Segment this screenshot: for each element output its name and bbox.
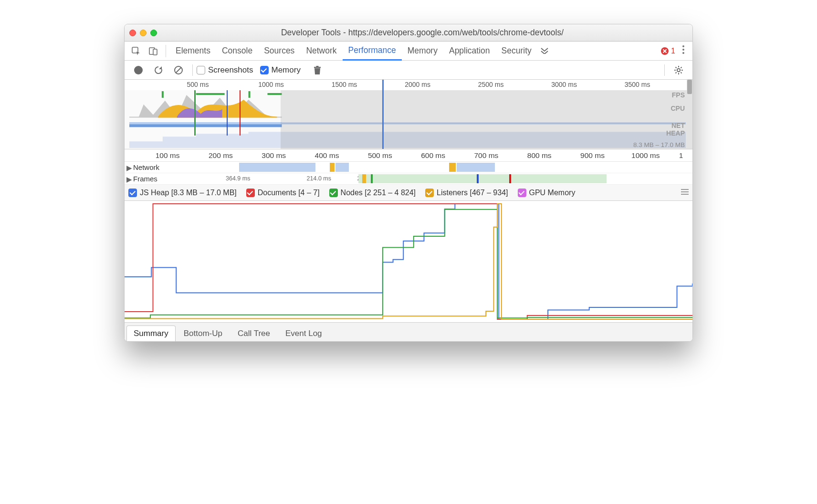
legend-checkbox-jsheap[interactable]	[128, 189, 137, 197]
overview-marker-green	[194, 90, 196, 136]
overview-heap-range: 8.3 MB – 17.0 MB	[633, 141, 685, 148]
details-tab-bottom-up[interactable]: Bottom-Up	[177, 326, 230, 341]
details-tabstrip: SummaryBottom-UpCall TreeEvent Log	[125, 322, 692, 341]
chevron-right-icon[interactable]: ▶	[126, 175, 132, 184]
clear-button[interactable]	[171, 63, 186, 77]
svg-rect-2	[153, 49, 157, 55]
tab-elements[interactable]: Elements	[170, 42, 216, 61]
separator	[664, 64, 665, 76]
detail-tick: 200 ms	[209, 151, 233, 160]
svg-point-11	[677, 68, 680, 71]
tab-console[interactable]: Console	[216, 42, 258, 61]
tab-memory[interactable]: Memory	[402, 42, 443, 61]
detail-tick: 600 ms	[421, 151, 445, 160]
svg-line-16	[676, 67, 677, 68]
overview-dimmed-range	[281, 90, 687, 149]
device-toolbar-icon[interactable]	[147, 44, 160, 58]
legend-checkbox-listeners[interactable]	[425, 189, 434, 197]
window-controls	[129, 30, 157, 36]
devtools-menu-button[interactable]	[680, 45, 687, 57]
overview-tick: 2500 ms	[478, 81, 504, 88]
overview-tick: 500 ms	[187, 81, 209, 88]
legend-menu-icon[interactable]	[681, 189, 689, 197]
details-tab-summary[interactable]: Summary	[126, 326, 176, 341]
overview-tick: 3000 ms	[551, 81, 577, 88]
legend-label-gpu: GPU Memory	[529, 189, 576, 197]
performance-toolbar: Screenshots Memory	[125, 61, 692, 80]
legend-checkbox-gpu[interactable]	[518, 189, 526, 197]
track-network-label: Network	[133, 163, 159, 171]
detail-tick: 500 ms	[368, 151, 392, 160]
overview-playhead[interactable]	[382, 80, 384, 149]
legend-jsheap[interactable]: JS Heap [8.3 MB – 17.0 MB]	[128, 189, 237, 197]
overview-lane-heap: HEAP	[666, 129, 685, 137]
chevron-right-icon[interactable]: ▶	[126, 164, 132, 172]
frame-time-1: 214.0 ms	[307, 175, 331, 182]
svg-rect-24	[196, 93, 225, 95]
details-tab-call-tree[interactable]: Call Tree	[230, 326, 277, 341]
overview-tick: 2000 ms	[405, 81, 430, 88]
frame-time-0: 364.9 ms	[226, 175, 250, 182]
chart-series-js-heap-mb-	[125, 204, 692, 319]
overview-scrollbar-handle[interactable]	[687, 80, 692, 94]
svg-line-8	[176, 67, 181, 73]
overview-lane-cpu: CPU	[670, 105, 685, 112]
details-tab-event-log[interactable]: Event Log	[278, 326, 329, 341]
overview-scrollbar[interactable]	[687, 80, 692, 149]
tab-sources[interactable]: Sources	[258, 42, 300, 61]
devtools-tabstrip: ElementsConsoleSourcesNetworkPerformance…	[125, 42, 692, 61]
memory-chart[interactable]	[125, 201, 692, 322]
zoom-window-button[interactable]	[150, 30, 157, 36]
tab-network[interactable]: Network	[300, 42, 342, 61]
detail-tick: 100 ms	[156, 151, 180, 160]
separator	[166, 45, 166, 57]
tab-performance[interactable]: Performance	[343, 42, 402, 61]
legend-gpu[interactable]: GPU Memory	[518, 189, 576, 197]
inspect-element-icon[interactable]	[129, 44, 143, 58]
memory-checkbox[interactable]	[260, 66, 269, 74]
overview-body[interactable]: FPS CPU NET HEAP 8.3 MB – 17.0 MB	[125, 90, 687, 149]
reload-record-button[interactable]	[151, 63, 166, 77]
detail-tick: 1	[679, 151, 683, 160]
minimize-window-button[interactable]	[140, 30, 147, 36]
capture-settings-button[interactable]	[671, 63, 686, 77]
tab-application[interactable]: Application	[443, 42, 496, 61]
legend-docs[interactable]: Documents [4 – 7]	[246, 189, 320, 197]
track-network[interactable]: ▶ Network	[125, 162, 692, 173]
svg-rect-26	[267, 93, 282, 95]
svg-rect-25	[249, 91, 251, 98]
chart-series-listeners	[125, 204, 692, 319]
tab-security[interactable]: Security	[496, 42, 537, 61]
svg-point-6	[682, 52, 684, 54]
legend-checkbox-nodes[interactable]	[329, 189, 338, 197]
legend-listeners[interactable]: Listeners [467 – 934]	[425, 189, 508, 197]
detail-ruler[interactable]: 100 ms200 ms300 ms400 ms500 ms600 ms700 …	[125, 149, 692, 162]
more-tabs-button[interactable]	[540, 45, 549, 56]
error-count-badge[interactable]: 1	[660, 47, 675, 55]
legend-label-nodes: Nodes [2 251 – 4 824]	[341, 189, 416, 197]
window-title: Developer Tools - https://developers.goo…	[157, 28, 688, 38]
flame-tracks[interactable]: ▶ Network ▶ Frames 364.9 ms 214.0 ms 222…	[125, 162, 692, 185]
overview-tick: 1500 ms	[332, 81, 357, 88]
separator	[192, 64, 193, 76]
memory-legend: JS Heap [8.3 MB – 17.0 MB]Documents [4 –…	[125, 185, 692, 201]
screenshots-checkbox[interactable]	[197, 66, 205, 74]
detail-tick: 1000 ms	[631, 151, 660, 160]
legend-label-jsheap: JS Heap [8.3 MB – 17.0 MB]	[140, 189, 237, 197]
legend-nodes[interactable]: Nodes [2 251 – 4 824]	[329, 189, 416, 197]
record-button[interactable]	[131, 63, 146, 77]
overview-ruler: 500 ms1000 ms1500 ms2000 ms2500 ms3000 m…	[125, 80, 692, 90]
overview-lane-fps: FPS	[672, 91, 685, 99]
svg-point-4	[682, 45, 684, 47]
detail-tick: 900 ms	[580, 151, 605, 160]
overview-lane-net: NET	[671, 122, 685, 129]
chart-series-nodes	[125, 204, 692, 318]
track-frames[interactable]: ▶ Frames 364.9 ms 214.0 ms 222.9 ms	[125, 173, 692, 185]
detail-tick: 300 ms	[262, 151, 286, 160]
svg-line-19	[681, 67, 681, 68]
detail-tick: 800 ms	[527, 151, 552, 160]
close-window-button[interactable]	[129, 30, 136, 36]
legend-checkbox-docs[interactable]	[246, 189, 255, 197]
overview-timeline[interactable]: 500 ms1000 ms1500 ms2000 ms2500 ms3000 m…	[125, 80, 692, 149]
delete-profile-button[interactable]	[310, 63, 325, 77]
